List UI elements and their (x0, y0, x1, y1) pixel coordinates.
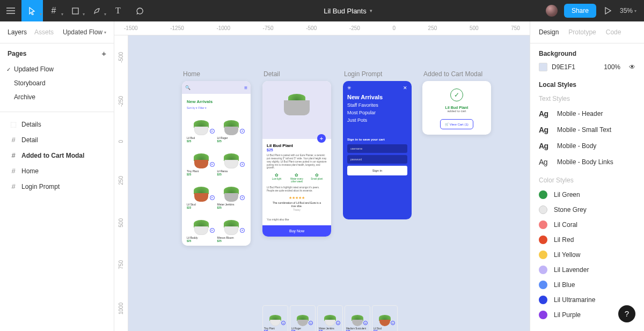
page-item[interactable]: Storyboard (2, 76, 112, 90)
ruler-horizontal: -1500-1250-1000-750-500-2500250500750 (114, 21, 530, 35)
text-tool[interactable]: T (107, 0, 129, 21)
layer-item[interactable]: #Added to Cart Modal (2, 148, 112, 163)
pen-icon (93, 7, 101, 15)
chevron-down-icon: ▾ (104, 30, 106, 35)
frame-label[interactable]: Login Prompt (343, 70, 412, 78)
related-cell: +Mister Jenkins$25 (317, 305, 343, 331)
color-dot (539, 281, 547, 289)
menu-icon: ≡ (244, 85, 247, 91)
frame-icon: # (10, 167, 17, 175)
chevron-down-icon: ▾ (83, 12, 85, 17)
page-item[interactable]: Archive (2, 90, 112, 104)
tab-layers[interactable]: Layers (8, 28, 27, 36)
document-title[interactable]: Lil Bud Plants (324, 7, 367, 15)
color-dot (539, 311, 547, 319)
password-field: password (347, 155, 407, 164)
share-button[interactable]: Share (564, 4, 596, 18)
text-style-item[interactable]: AgMobile - Body Links (530, 154, 644, 170)
pen-tool[interactable]: ▾ (86, 0, 107, 21)
cursor-icon (29, 7, 35, 15)
zoom-dropdown[interactable]: 35%▾ (620, 7, 636, 14)
frame-tool[interactable]: #▾ (43, 0, 64, 21)
add-icon: + (210, 228, 215, 233)
color-style-item[interactable]: Lil Green (530, 187, 644, 202)
tab-code[interactable]: Code (606, 28, 621, 36)
related-cell: +Lil Stud$22 (372, 305, 398, 331)
page-item[interactable]: Updated Flow (2, 62, 112, 76)
product-cell: Mister Jenkins$25+ (217, 178, 246, 210)
signin-button: Sign in (347, 166, 407, 175)
color-style-item[interactable]: Lil Coral (530, 217, 644, 232)
chevron-down-icon: ▾ (370, 8, 372, 13)
frame-label[interactable]: Home (182, 70, 251, 78)
text-style-item[interactable]: AgMobile - Small Text (530, 122, 644, 138)
tab-assets[interactable]: Assets (34, 28, 54, 36)
related-cell: +Tiny Plant$25 (262, 305, 288, 331)
color-style-item[interactable]: Lil Red (530, 232, 644, 247)
help-button[interactable]: ? (618, 305, 635, 322)
left-panel: Layers Assets Updated Flow▾ Pages + Upda… (0, 21, 114, 331)
product-cell: Lil Stud$22+ (187, 178, 216, 210)
layer-item[interactable]: ⬚Details (2, 116, 112, 132)
layer-item[interactable]: #Home (2, 163, 112, 179)
add-icon: + (240, 129, 245, 134)
play-icon (605, 7, 611, 14)
artboard-home[interactable]: ≡ New Arrivals Sort by ▾ Filter ▾ Lil Bu… (182, 81, 251, 246)
color-style-item[interactable]: Lil Lavender (530, 262, 644, 277)
svg-rect-0 (72, 8, 78, 14)
chevron-down-icon: ▾ (40, 12, 42, 17)
frame-label[interactable]: Added to Cart Modal (422, 70, 491, 78)
color-dot (539, 296, 547, 304)
shape-tool[interactable]: ▾ (64, 0, 86, 21)
username-field: username (347, 144, 407, 153)
color-dot (539, 205, 547, 214)
frame-icon: # (10, 182, 17, 190)
close-icon: ✕ (403, 85, 407, 91)
check-icon: ✓ (450, 89, 463, 101)
add-icon: + (240, 162, 245, 167)
color-dot (539, 251, 547, 259)
page-dropdown[interactable]: Updated Flow▾ (63, 28, 106, 36)
pages-header: Pages (8, 50, 26, 57)
ruler-vertical: -500-25002505007501000 (114, 35, 128, 331)
comment-icon (136, 7, 144, 15)
color-styles-label: Color Styles (530, 170, 644, 187)
text-style-item[interactable]: AgMobile - Header (530, 106, 644, 122)
frame-label[interactable]: Detail (262, 70, 331, 78)
color-swatch[interactable] (539, 63, 547, 71)
color-style-item[interactable]: Lil Blue (530, 277, 644, 292)
color-dot (539, 220, 547, 229)
avatar[interactable] (546, 5, 558, 17)
text-styles-label: Text Styles (530, 89, 644, 106)
artboard-detail[interactable]: + Lil Bud Plant $25 Lil Bud Plant is pai… (262, 81, 331, 237)
move-tool[interactable]: ▾ (21, 0, 43, 21)
frame-icon: ⬚ (10, 120, 17, 128)
eye-icon[interactable]: 👁 (629, 63, 635, 71)
color-dot (539, 236, 547, 244)
buy-button: Buy Now (262, 225, 331, 237)
chevron-down-icon: ▾ (634, 9, 636, 13)
layer-item[interactable]: #Login Prompt (2, 179, 112, 194)
view-cart-button: 🛒 View Cart (1) (440, 119, 473, 129)
local-styles-header: Local Styles (539, 81, 635, 89)
hamburger-icon (6, 8, 15, 14)
artboard-modal[interactable]: ✓ Lil Bud Plant added to cart 🛒 View Car… (422, 81, 491, 135)
tab-design[interactable]: Design (539, 28, 559, 36)
tab-prototype[interactable]: Prototype (568, 28, 596, 36)
menu-button[interactable] (0, 0, 21, 21)
add-page-button[interactable]: + (101, 49, 106, 58)
add-icon: + (210, 162, 215, 167)
product-cell: Lil Bud$25+ (187, 112, 216, 143)
frame-icon: # (10, 151, 17, 159)
background-alpha[interactable]: 100% (604, 63, 620, 71)
present-button[interactable] (603, 5, 613, 16)
color-style-item[interactable]: Lil Yellow (530, 247, 644, 262)
add-icon: + (317, 134, 326, 143)
background-value[interactable]: D9E1F1 (552, 63, 584, 71)
color-style-item[interactable]: Stone Grey (530, 202, 644, 217)
text-style-item[interactable]: AgMobile - Body (530, 138, 644, 154)
layer-item[interactable]: #Detail (2, 132, 112, 148)
artboard-login[interactable]: ✳✕ New Arrivals Staff Favorites Most Pop… (343, 81, 412, 219)
star-rating: ★★★★★ (267, 196, 327, 200)
comment-tool[interactable] (129, 0, 150, 21)
